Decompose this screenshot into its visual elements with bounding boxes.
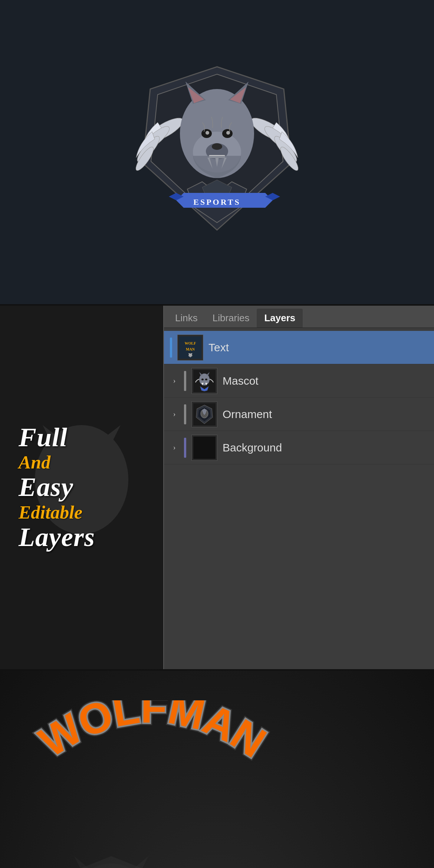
layers-list: WOLF MAN 🐺 Text ›: [164, 328, 434, 467]
layer-name-background: Background: [223, 441, 282, 454]
chevron-ornament-icon: ›: [170, 410, 179, 419]
svg-point-18: [206, 131, 209, 135]
wolfman-arch-text: WOLFMAN WOLFMAN WOLFMAN: [30, 700, 274, 783]
wolfman-content: WOLFMAN WOLFMAN WOLFMAN: [0, 671, 434, 868]
editable-line-editable: Editable: [19, 502, 95, 523]
tab-libraries[interactable]: Libraries: [205, 309, 257, 328]
section-logo: ESPORTS: [0, 0, 434, 304]
section-layers: Full And Easy Editable Layers Links Libr…: [0, 306, 434, 669]
layer-item-ornament[interactable]: › Ornament: [164, 398, 434, 431]
layers-panel-right: Links Libraries Layers WOLF MAN: [163, 306, 434, 669]
layer-color-mascot: [184, 371, 186, 391]
layer-color-text: [170, 338, 172, 358]
tab-layers[interactable]: Layers: [257, 309, 303, 328]
editable-line-layers: Layers: [19, 523, 95, 552]
editable-line-and: And: [19, 452, 95, 473]
layer-thumb-background: [191, 435, 217, 461]
layer-item-text[interactable]: WOLF MAN 🐺 Text: [164, 331, 434, 364]
editable-line-full: Full: [19, 423, 95, 452]
layer-name-text: Text: [208, 341, 229, 354]
wolf-logo-svg: ESPORTS: [128, 52, 306, 252]
layers-tabs-row: Links Libraries Layers: [164, 306, 434, 328]
svg-text:🐺: 🐺: [188, 353, 193, 358]
svg-point-40: [201, 378, 204, 380]
section-wolfman: WOLFMAN WOLFMAN WOLFMAN Full And Easy Ed…: [0, 671, 434, 868]
layer-thumb-text: WOLF MAN 🐺: [177, 335, 203, 361]
svg-text:WOLF: WOLF: [185, 341, 196, 345]
layer-color-ornament: [184, 404, 186, 424]
layer-item-mascot[interactable]: ›: [164, 364, 434, 398]
layer-color-background: [184, 438, 186, 458]
layer-thumb-ornament: [191, 401, 217, 427]
wolfman-title-svg: WOLFMAN WOLFMAN WOLFMAN: [30, 700, 274, 782]
chevron-background-icon: ›: [170, 443, 179, 452]
editable-layers-text: Full And Easy Editable Layers: [19, 423, 95, 552]
layers-left-panel: Full And Easy Editable Layers: [0, 306, 163, 669]
svg-text:ESPORTS: ESPORTS: [193, 197, 240, 207]
logo-container: ESPORTS: [128, 52, 306, 252]
svg-rect-50: [193, 437, 216, 459]
tab-links[interactable]: Links: [168, 309, 205, 328]
svg-point-21: [212, 143, 222, 150]
layer-name-mascot: Mascot: [223, 375, 259, 387]
svg-text:WOLFMAN: WOLFMAN: [31, 700, 274, 766]
svg-text:MAN: MAN: [186, 347, 195, 351]
svg-point-41: [205, 378, 207, 380]
svg-point-19: [226, 131, 230, 135]
layer-thumb-mascot: [191, 368, 217, 394]
chevron-mascot-icon: ›: [170, 377, 179, 385]
layer-item-background[interactable]: › Background: [164, 431, 434, 464]
editable-line-easy: Easy: [19, 473, 95, 502]
layer-name-ornament: Ornament: [223, 408, 272, 421]
